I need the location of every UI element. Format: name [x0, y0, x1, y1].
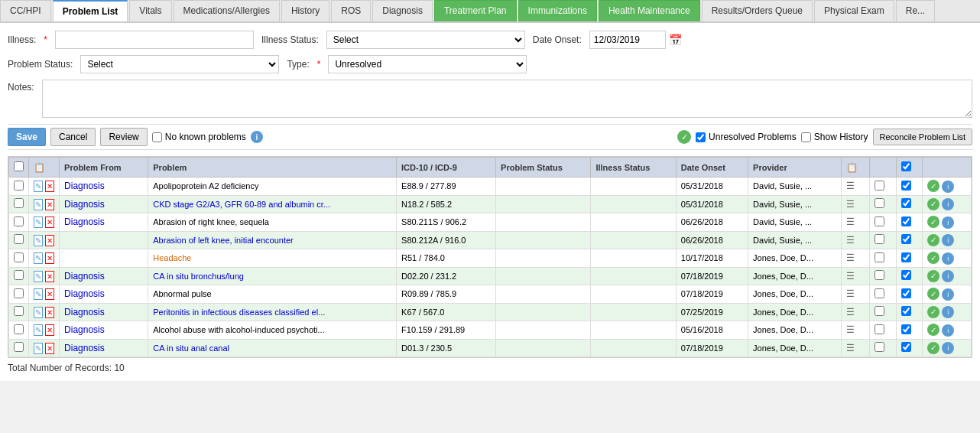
tab-treatment-plan[interactable]: Treatment Plan [434, 0, 517, 21]
row-checkbox[interactable] [14, 216, 24, 226]
row-note-icon[interactable]: ☰ [846, 307, 855, 317]
row-checkbox[interactable] [14, 306, 24, 316]
row-checkbox[interactable] [14, 234, 24, 244]
problem-from-link[interactable]: Diagnosis [64, 199, 105, 210]
problem-from-link[interactable]: Diagnosis [64, 324, 105, 335]
save-button[interactable]: Save [8, 128, 46, 146]
row-info-icon[interactable]: i [942, 306, 954, 318]
delete-icon[interactable]: ✕ [45, 252, 54, 264]
tab-re[interactable]: Re... [896, 0, 935, 21]
row-check2[interactable] [901, 342, 911, 352]
row-check2[interactable] [901, 181, 911, 190]
row-checkbox[interactable] [14, 270, 24, 280]
row-check1[interactable] [875, 198, 884, 208]
row-check2[interactable] [901, 270, 911, 280]
type-select[interactable]: Unresolved Resolved Inactive [328, 55, 527, 73]
row-info-icon[interactable]: i [942, 216, 954, 229]
tab-vitals[interactable]: Vitals [129, 0, 171, 21]
row-note-icon[interactable]: ☰ [846, 181, 855, 191]
row-checkbox[interactable] [14, 342, 24, 352]
tab-problem-list[interactable]: Problem List [53, 0, 128, 21]
no-known-problems-checkbox-label[interactable]: No known problems [152, 132, 246, 142]
row-checkbox[interactable] [14, 288, 24, 298]
row-checkbox[interactable] [14, 181, 24, 190]
delete-icon[interactable]: ✕ [45, 181, 54, 192]
row-note-icon[interactable]: ☰ [846, 252, 855, 263]
row-info-icon[interactable]: i [942, 181, 954, 193]
date-onset-input[interactable]: 12/03/2019 [589, 31, 666, 49]
select-all-checkbox[interactable] [14, 161, 24, 171]
row-check1[interactable] [875, 342, 884, 352]
problem-from-link[interactable]: Diagnosis [64, 343, 105, 353]
calendar-icon[interactable]: 📅 [669, 34, 682, 46]
row-checkbox[interactable] [14, 198, 24, 208]
row-info-icon[interactable]: i [942, 342, 954, 354]
row-check2[interactable] [901, 198, 911, 208]
tab-history[interactable]: History [281, 0, 329, 21]
problem-status-select[interactable]: Select Active Inactive Resolved [80, 55, 279, 73]
row-check2[interactable] [901, 234, 911, 244]
row-check1[interactable] [875, 270, 884, 280]
no-known-problems-checkbox[interactable] [152, 132, 162, 142]
notes-textarea[interactable] [42, 80, 972, 118]
row-note-icon[interactable]: ☰ [846, 235, 855, 246]
row-note-icon[interactable]: ☰ [846, 271, 855, 282]
row-checkbox[interactable] [14, 252, 24, 262]
problem-from-link[interactable]: Diagnosis [64, 288, 105, 299]
problem-from-link[interactable]: Diagnosis [64, 307, 105, 317]
problem-from-link[interactable]: Diagnosis [64, 271, 105, 282]
delete-icon[interactable]: ✕ [45, 235, 54, 246]
row-info-icon[interactable]: i [942, 234, 954, 246]
tab-ros[interactable]: ROS [331, 0, 371, 21]
row-note-icon[interactable]: ☰ [846, 199, 855, 210]
tab-diagnosis[interactable]: Diagnosis [372, 0, 433, 21]
tab-health-maintenance[interactable]: Health Maintenance [599, 0, 700, 21]
row-check2[interactable] [901, 252, 911, 262]
tab-cc-hpi[interactable]: CC/HPI [0, 0, 51, 21]
row-check2[interactable] [901, 288, 911, 298]
row-check1[interactable] [875, 324, 884, 334]
edit-icon[interactable]: ✎ [34, 235, 43, 246]
tab-immunizations[interactable]: Immunizations [518, 0, 597, 21]
row-note-icon[interactable]: ☰ [846, 288, 855, 299]
row-note-icon[interactable]: ☰ [846, 324, 855, 335]
row-note-icon[interactable]: ☰ [846, 216, 855, 227]
review-button[interactable]: Review [100, 128, 147, 146]
edit-icon[interactable]: ✎ [34, 181, 43, 192]
unresolved-problems-checkbox[interactable] [696, 132, 706, 142]
row-check1[interactable] [875, 181, 884, 190]
row-info-icon[interactable]: i [942, 252, 954, 265]
edit-icon[interactable]: ✎ [34, 252, 43, 264]
tab-medications-allergies[interactable]: Medications/Allergies [174, 0, 280, 21]
row-info-icon[interactable]: i [942, 324, 954, 337]
row-check1[interactable] [875, 288, 884, 298]
row-check1[interactable] [875, 252, 884, 262]
delete-icon[interactable]: ✕ [45, 288, 54, 300]
edit-icon[interactable]: ✎ [34, 343, 43, 354]
row-note-icon[interactable]: ☰ [846, 343, 855, 353]
delete-icon[interactable]: ✕ [45, 271, 54, 282]
edit-icon[interactable]: ✎ [34, 288, 43, 300]
illness-status-select[interactable]: Select Active Inactive Resolved [326, 31, 525, 49]
edit-icon[interactable]: ✎ [34, 271, 43, 282]
row-check1[interactable] [875, 216, 884, 226]
row-info-icon[interactable]: i [942, 270, 954, 282]
row-info-icon[interactable]: i [942, 288, 954, 301]
edit-icon[interactable]: ✎ [34, 216, 43, 228]
row-checkbox[interactable] [14, 324, 24, 334]
tab-results-orders-queue[interactable]: Results/Orders Queue [702, 0, 813, 21]
unresolved-problems-label[interactable]: Unresolved Problems [696, 132, 797, 142]
show-history-label[interactable]: Show History [801, 132, 868, 142]
row-check1[interactable] [875, 234, 884, 244]
delete-icon[interactable]: ✕ [45, 324, 54, 336]
edit-icon[interactable]: ✎ [34, 307, 43, 318]
delete-icon[interactable]: ✕ [45, 199, 54, 210]
problem-from-link[interactable]: Diagnosis [64, 216, 105, 227]
delete-icon[interactable]: ✕ [45, 307, 54, 318]
row-check2[interactable] [901, 216, 911, 226]
row-info-icon[interactable]: i [942, 198, 954, 210]
header-check2[interactable] [901, 161, 911, 171]
row-check1[interactable] [875, 306, 884, 316]
reconcile-button[interactable]: Reconcile Problem List [873, 129, 973, 145]
delete-icon[interactable]: ✕ [45, 216, 54, 228]
